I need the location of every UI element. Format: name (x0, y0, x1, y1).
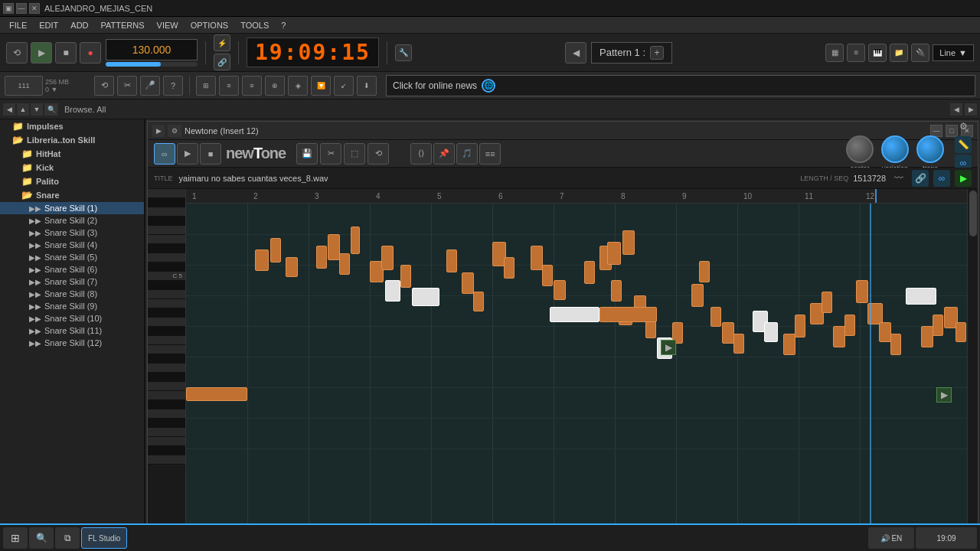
key-26[interactable] (148, 419, 185, 428)
variation-knob[interactable] (881, 135, 909, 163)
key-30[interactable] (148, 455, 185, 465)
key-22[interactable] (148, 382, 185, 391)
sidebar-item-hithat[interactable]: 📁 HitHat (0, 147, 144, 161)
key-17[interactable] (148, 336, 185, 345)
sidebar-collapse[interactable]: ◀ (3, 103, 15, 116)
note-grid[interactable]: ▶ ▶ (186, 204, 967, 538)
key-12[interactable] (148, 290, 185, 299)
note-long-3[interactable] (906, 288, 936, 305)
note-block[interactable] (584, 261, 595, 284)
note-block[interactable] (542, 265, 553, 286)
note-block[interactable] (933, 315, 943, 336)
menu-add[interactable]: ADD (64, 19, 94, 31)
menu-tools[interactable]: TOOLS (234, 19, 275, 31)
note-block[interactable] (956, 322, 966, 342)
nt-midi-btn[interactable]: 🎵 (456, 143, 478, 165)
note-block[interactable] (733, 334, 744, 354)
tool-6[interactable]: 🔽 (311, 76, 331, 96)
sidebar-item-snare-7[interactable]: ▶▶ Snare Skill (7) (0, 276, 144, 288)
extra-btn-2[interactable]: 🔗 (214, 54, 230, 70)
bpm-slider[interactable] (106, 62, 198, 67)
search-icon[interactable]: 🔍 (44, 103, 58, 116)
nav-up[interactable]: ▲ (17, 103, 29, 116)
sidebar-item-snare-3[interactable]: ▶▶ Snare Skill (3) (0, 227, 144, 239)
title-icon-2[interactable]: — (16, 3, 27, 14)
tool-4[interactable]: ⊕ (265, 76, 285, 96)
key-24[interactable] (148, 400, 185, 409)
taskbar-icons-area[interactable]: 🔊 EN (868, 527, 914, 549)
note-long[interactable] (186, 387, 247, 401)
pattern-btn[interactable]: ≡ (847, 44, 865, 62)
sidebar-item-snare-2[interactable]: ▶▶ Snare Skill (2) (0, 214, 144, 227)
plugin-btn[interactable]: 🔌 (911, 44, 929, 62)
nt-cut-btn[interactable]: ✂ (320, 143, 341, 165)
close-icon[interactable]: ✕ (29, 3, 40, 14)
tool-7[interactable]: ↙ (334, 76, 354, 96)
note-block[interactable] (844, 315, 855, 336)
note-block[interactable] (607, 242, 621, 265)
nt-edit-btn[interactable]: 📌 (433, 143, 455, 165)
mixer-btn[interactable]: ▦ (825, 44, 844, 62)
sidebar-item-snare-12[interactable]: ▶▶ Snare Skill (12) (0, 337, 144, 349)
note-long-selected[interactable] (550, 307, 599, 322)
note-block[interactable] (351, 227, 360, 254)
play-button[interactable]: ▶ (31, 42, 52, 64)
extra-btn-1[interactable]: ⚡ (214, 34, 230, 51)
record-button[interactable]: ● (80, 42, 101, 64)
note-block[interactable] (856, 280, 868, 303)
note-block[interactable] (473, 292, 484, 311)
center-knob[interactable] (846, 135, 874, 163)
search-button[interactable]: 🔍 (29, 527, 54, 549)
browser-btn[interactable]: 📁 (890, 44, 908, 62)
prev-pattern[interactable]: ◀ (565, 42, 586, 64)
taskbar-app-fl[interactable]: FL Studio (81, 527, 127, 549)
task-view-button[interactable]: ⧉ (55, 527, 80, 549)
refresh-btn[interactable]: ⟲ (94, 76, 114, 96)
nt-loop-btn[interactable]: ∞ (154, 143, 175, 165)
key-15[interactable] (148, 318, 185, 327)
start-button[interactable]: ⊞ (3, 527, 28, 549)
nt-save-btn[interactable]: 💾 (296, 143, 318, 165)
key-c5[interactable]: C 5 (148, 272, 185, 281)
sidebar-item-snare-8[interactable]: ▶▶ Snare Skill (8) (0, 288, 144, 300)
nav-down[interactable]: ▼ (31, 103, 43, 116)
nt-waveform-btn[interactable]: 〰 (890, 170, 907, 187)
sidebar-item-libreria[interactable]: 📂 Libreria..ton Skill (0, 133, 144, 147)
add-pattern[interactable]: + (650, 46, 664, 60)
key-27[interactable] (148, 428, 185, 437)
note-block[interactable] (783, 334, 795, 355)
note-block[interactable] (339, 253, 350, 275)
note-block[interactable] (622, 230, 635, 255)
newtone-collapse[interactable]: ▶ (152, 125, 165, 137)
key-18[interactable] (148, 345, 185, 354)
note-block[interactable] (462, 272, 474, 294)
nt-cursor-btn[interactable]: ⟨⟩ (410, 143, 432, 165)
news-area[interactable]: Click for online news 🌐 (386, 75, 975, 96)
key-19[interactable] (148, 354, 185, 364)
note-block[interactable] (446, 249, 457, 272)
sidebar-item-snare-5[interactable]: ▶▶ Snare Skill (5) (0, 251, 144, 263)
note-block[interactable] (795, 315, 805, 337)
sidebar-item-snare-4[interactable]: ▶▶ Snare Skill (4) (0, 239, 144, 251)
line-mode-display[interactable]: Line ▼ (933, 44, 974, 61)
menu-edit[interactable]: EDIT (33, 19, 64, 31)
key-5[interactable] (148, 226, 185, 235)
key-23[interactable] (148, 391, 185, 400)
sidebar-item-kick[interactable]: 📁 Kick (0, 161, 144, 174)
key-13[interactable] (148, 299, 185, 308)
sidebar-item-snare-10[interactable]: ▶▶ Snare Skill (10) (0, 312, 144, 324)
key-14[interactable] (148, 308, 185, 318)
title-bar-controls[interactable]: ▣ — ✕ (3, 3, 40, 14)
menu-options[interactable]: OPTIONS (185, 19, 235, 31)
key-7[interactable] (148, 244, 185, 253)
note-block[interactable] (764, 322, 778, 342)
nt-play-btn[interactable]: ▶ (177, 143, 198, 165)
sidebar-item-snare-1[interactable]: ▶▶ Snare Skill (1) (0, 202, 144, 214)
note-block[interactable] (385, 280, 400, 302)
stop-button[interactable]: ■ (55, 42, 77, 64)
note-block[interactable] (879, 322, 891, 342)
help-btn[interactable]: ? (163, 76, 183, 96)
browse-left[interactable]: ◀ (950, 103, 962, 116)
nt-more-btn[interactable]: ≡≡ (479, 143, 501, 165)
nt-stop-btn[interactable]: ■ (200, 143, 221, 165)
